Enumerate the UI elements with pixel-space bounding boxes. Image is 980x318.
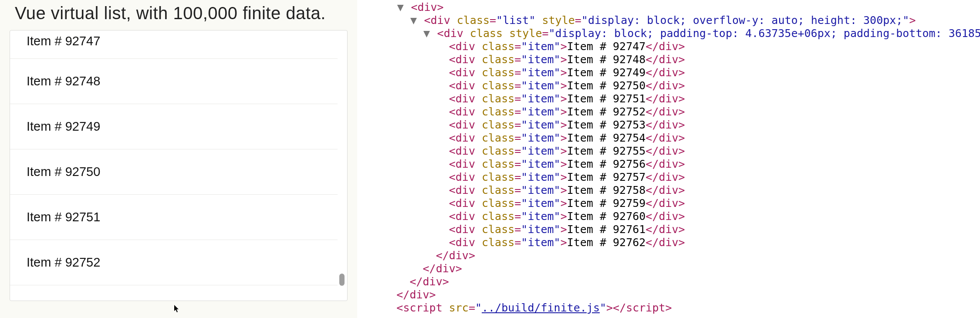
list-item[interactable]: Item # 92750 bbox=[10, 149, 338, 195]
dom-node-list[interactable]: ▼ <div class="list" style="display: bloc… bbox=[357, 14, 980, 27]
devtools-pane[interactable]: ▼ <div> ▼ <div class="list" style="displ… bbox=[357, 0, 980, 318]
dom-close[interactable]: </div> bbox=[357, 262, 980, 275]
dom-node-item[interactable]: <div class="item">Item # 92752</div> bbox=[357, 105, 980, 118]
dom-node-item[interactable]: <div class="item">Item # 92749</div> bbox=[357, 66, 980, 79]
disclosure-triangle-icon[interactable]: ▼ bbox=[423, 27, 431, 40]
list-viewport: Item # 92747 Item # 92748 Item # 92749 I… bbox=[10, 30, 338, 301]
dom-node-window[interactable]: ▼ <div class style="display: block; padd… bbox=[357, 27, 980, 40]
dom-node-item[interactable]: <div class="item">Item # 92761</div> bbox=[357, 223, 980, 236]
list-item[interactable]: Item # 92747 bbox=[10, 30, 338, 59]
dom-close[interactable]: </div> bbox=[357, 288, 980, 301]
dom-node-item[interactable]: <div class="item">Item # 92750</div> bbox=[357, 79, 980, 92]
dom-node-item[interactable]: <div class="item">Item # 92748</div> bbox=[357, 53, 980, 66]
dom-node-item[interactable]: <div class="item">Item # 92755</div> bbox=[357, 145, 980, 158]
dom-node-root[interactable]: ▼ <div> bbox=[357, 1, 980, 14]
dom-node-script[interactable]: <script src="../build/finite.js"></scrip… bbox=[357, 301, 980, 315]
dom-close[interactable]: </div> bbox=[357, 275, 980, 288]
scrollbar-track[interactable] bbox=[339, 32, 345, 299]
dom-node-item[interactable]: <div class="item">Item # 92757</div> bbox=[357, 171, 980, 184]
dom-node-item[interactable]: <div class="item">Item # 92762</div> bbox=[357, 236, 980, 249]
disclosure-triangle-icon[interactable]: ▼ bbox=[396, 1, 404, 14]
dom-node-item[interactable]: <div class="item">Item # 92754</div> bbox=[357, 132, 980, 145]
list-item[interactable]: Item # 92752 bbox=[10, 240, 338, 285]
virtual-list[interactable]: Item # 92747 Item # 92748 Item # 92749 I… bbox=[10, 30, 348, 301]
disclosure-triangle-icon[interactable]: ▼ bbox=[409, 14, 417, 27]
dom-node-item[interactable]: <div class="item">Item # 92747</div> bbox=[357, 40, 980, 53]
page-title: Vue virtual list, with 100,000 finite da… bbox=[15, 3, 350, 23]
dom-node-item[interactable]: <div class="item">Item # 92753</div> bbox=[357, 118, 980, 132]
script-src-link[interactable]: ../build/finite.js bbox=[482, 301, 600, 314]
scrollbar-thumb[interactable] bbox=[339, 274, 345, 286]
dom-node-item[interactable]: <div class="item">Item # 92756</div> bbox=[357, 158, 980, 171]
dom-node-item[interactable]: <div class="item">Item # 92760</div> bbox=[357, 210, 980, 223]
dom-close[interactable]: </div> bbox=[357, 249, 980, 262]
dom-node-item[interactable]: <div class="item">Item # 92751</div> bbox=[357, 92, 980, 105]
list-item[interactable]: Item # 92749 bbox=[10, 104, 338, 149]
cursor-icon bbox=[174, 305, 180, 315]
list-item[interactable]: Item # 92748 bbox=[10, 59, 338, 104]
dom-node-item[interactable]: <div class="item">Item # 92759</div> bbox=[357, 197, 980, 210]
demo-pane: Vue virtual list, with 100,000 finite da… bbox=[0, 0, 357, 318]
dom-node-item[interactable]: <div class="item">Item # 92758</div> bbox=[357, 184, 980, 197]
list-item[interactable]: Item # 92751 bbox=[10, 195, 338, 240]
